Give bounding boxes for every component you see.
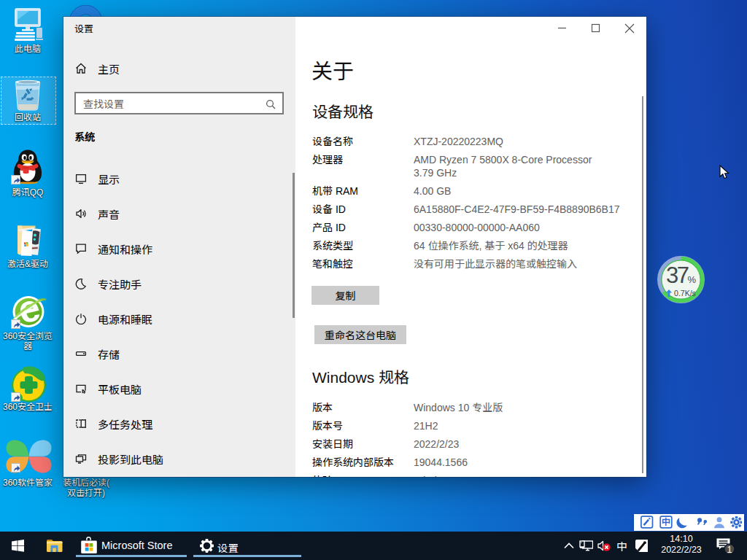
svg-text:中: 中 xyxy=(662,516,670,527)
svg-text:1: 1 xyxy=(727,544,732,554)
